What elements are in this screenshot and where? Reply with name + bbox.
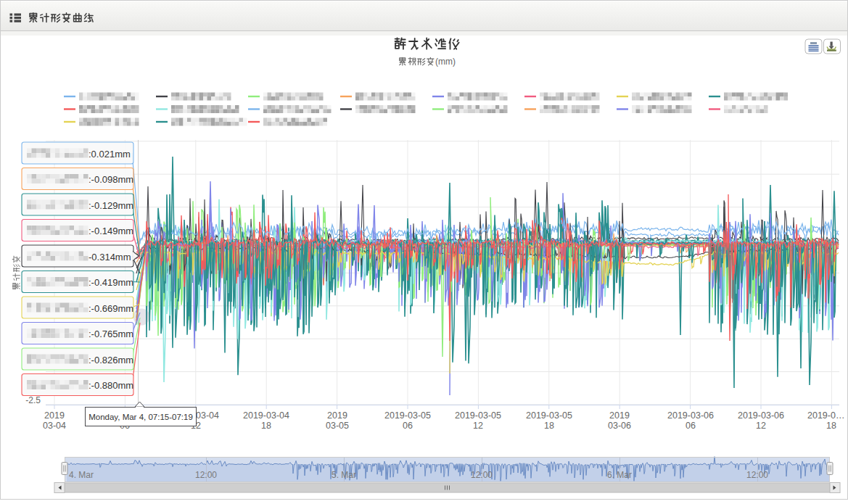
svg-text:03-05: 03-05 xyxy=(326,421,349,431)
svg-text:12: 12 xyxy=(756,421,766,431)
svg-text::-0.129mm: :-0.129mm xyxy=(88,200,133,211)
svg-text:18: 18 xyxy=(826,421,836,431)
svg-text:18: 18 xyxy=(261,421,271,431)
svg-text:6. Mar: 6. Mar xyxy=(607,470,632,480)
svg-text:03-04: 03-04 xyxy=(43,421,66,431)
svg-text::-0.098mm: :-0.098mm xyxy=(88,174,133,185)
svg-text:2019-03-04: 2019-03-04 xyxy=(243,410,289,421)
svg-text:12:00: 12:00 xyxy=(195,470,217,480)
svg-text:(mm): (mm) xyxy=(435,57,456,67)
svg-text:2019-0…: 2019-0… xyxy=(807,410,844,421)
svg-text::-0.765mm: :-0.765mm xyxy=(88,329,133,339)
svg-text::-0.419mm: :-0.419mm xyxy=(88,277,133,288)
svg-text:2019: 2019 xyxy=(44,410,65,421)
svg-text:4. Mar: 4. Mar xyxy=(69,470,94,480)
svg-text:12: 12 xyxy=(473,421,483,431)
svg-text:Monday, Mar 4, 07:15-07:19: Monday, Mar 4, 07:15-07:19 xyxy=(88,413,193,421)
svg-text:2019: 2019 xyxy=(327,410,347,421)
svg-text:2019-03-05: 2019-03-05 xyxy=(384,410,431,421)
svg-text:2019-03-05: 2019-03-05 xyxy=(526,410,572,421)
svg-text:03-06: 03-06 xyxy=(608,421,631,431)
svg-text:2019-03-05: 2019-03-05 xyxy=(455,410,501,421)
svg-text:2019-03-06: 2019-03-06 xyxy=(738,410,784,421)
svg-text:06: 06 xyxy=(686,421,696,431)
svg-text::-0.149mm: :-0.149mm xyxy=(88,226,133,236)
svg-text:12:00: 12:00 xyxy=(471,470,493,480)
svg-text::-0.826mm: :-0.826mm xyxy=(88,355,133,365)
svg-text:2019: 2019 xyxy=(609,410,630,421)
svg-text:-2.5: -2.5 xyxy=(25,395,41,405)
svg-text::-0.880mm: :-0.880mm xyxy=(88,380,133,391)
svg-text:5. Mar: 5. Mar xyxy=(332,470,356,480)
svg-text::-0.669mm: :-0.669mm xyxy=(88,303,133,314)
svg-text:-0.314mm: -0.314mm xyxy=(88,252,131,263)
svg-text:18: 18 xyxy=(544,421,554,431)
svg-text::0.021mm: :0.021mm xyxy=(88,149,131,160)
svg-text:12:00: 12:00 xyxy=(746,470,768,480)
svg-text:06: 06 xyxy=(403,421,413,431)
svg-text:2019-03-06: 2019-03-06 xyxy=(667,410,714,421)
